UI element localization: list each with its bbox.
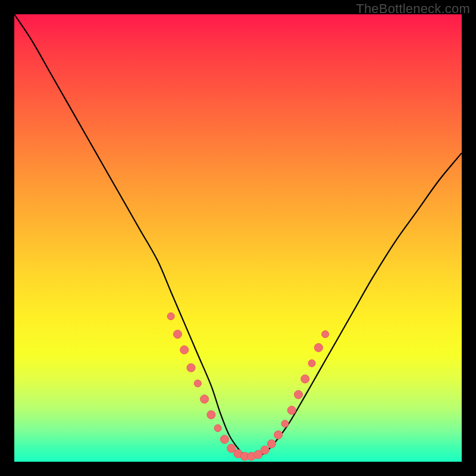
chart-frame: TheBottleneck.com bbox=[0, 0, 476, 476]
curve-marker bbox=[187, 364, 195, 372]
plot-area bbox=[14, 14, 462, 462]
curve-marker bbox=[207, 411, 215, 419]
curve-marker bbox=[274, 431, 283, 439]
curve-marker bbox=[287, 406, 296, 415]
curve-marker bbox=[314, 343, 322, 352]
curve-marker bbox=[220, 435, 228, 443]
curve-marker bbox=[227, 444, 236, 452]
curve-marker bbox=[322, 331, 329, 338]
bottleneck-curve bbox=[14, 14, 462, 458]
curve-marker bbox=[173, 330, 181, 339]
curve-markers bbox=[167, 313, 328, 461]
curve-marker bbox=[295, 390, 303, 399]
curve-marker bbox=[261, 446, 269, 454]
curve-marker bbox=[267, 440, 275, 448]
curve-marker bbox=[281, 420, 289, 427]
curve-marker bbox=[201, 395, 209, 403]
curve-marker bbox=[308, 360, 315, 367]
curve-svg bbox=[14, 14, 462, 462]
curve-marker bbox=[167, 313, 174, 320]
watermark-text: TheBottleneck.com bbox=[356, 1, 470, 17]
curve-marker bbox=[301, 375, 309, 383]
curve-marker bbox=[214, 425, 221, 432]
curve-marker bbox=[180, 346, 189, 354]
curve-marker bbox=[194, 380, 201, 387]
